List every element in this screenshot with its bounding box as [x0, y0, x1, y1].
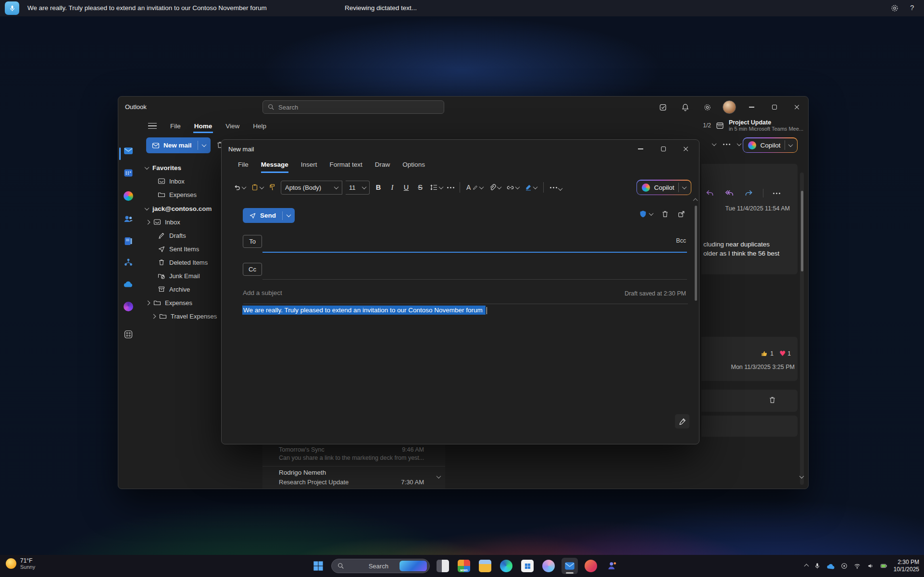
tab-file[interactable]: File	[169, 119, 182, 133]
tab-message[interactable]: Message	[261, 161, 288, 173]
microphone-button[interactable]	[5, 1, 19, 15]
folder-drafts[interactable]: Drafts	[158, 230, 186, 241]
chevron-down-icon[interactable]	[439, 184, 444, 189]
tab-home[interactable]: Home	[193, 119, 213, 133]
meeting-reminder-toast[interactable]: 1/2 Project Update in 5 min Microsoft Te…	[703, 119, 803, 132]
folder-deleted-items[interactable]: Deleted Items	[158, 257, 208, 268]
chevron-right-icon[interactable]	[146, 220, 150, 224]
tab-format-text[interactable]: Format text	[330, 161, 362, 173]
forward-icon[interactable]	[744, 189, 753, 197]
chevron-down-icon[interactable]	[515, 184, 520, 189]
calendar-rail-icon[interactable]	[123, 168, 134, 178]
message-subject[interactable]: Tomorrow's Sync	[279, 446, 325, 453]
chevron-down-icon[interactable]	[479, 184, 484, 189]
cc-field[interactable]	[262, 279, 687, 280]
chevron-down-icon[interactable]	[145, 165, 150, 170]
copilot-rail-icon[interactable]	[123, 191, 134, 201]
insert-link-button[interactable]	[505, 182, 520, 193]
paste-button[interactable]	[250, 182, 264, 193]
notes-rail-icon[interactable]	[123, 236, 134, 246]
taskbar-outlook-icon[interactable]	[562, 558, 578, 574]
tray-battery-icon[interactable]	[880, 563, 888, 569]
new-mail-button[interactable]: New mail	[146, 137, 211, 153]
tray-expand-icon[interactable]	[804, 564, 809, 568]
chevron-down-icon[interactable]	[145, 206, 150, 210]
more-formatting-icon[interactable]	[447, 187, 449, 188]
undo-button[interactable]	[232, 182, 247, 193]
encryption-shield-button[interactable]	[639, 210, 653, 218]
more-commands-button[interactable]	[549, 183, 563, 192]
outlook-minimize-button[interactable]	[740, 97, 763, 118]
compose-maximize-button[interactable]	[652, 140, 674, 158]
mail-rail-icon[interactable]	[123, 146, 134, 156]
open-in-new-window-button[interactable]	[677, 210, 686, 218]
font-size-select[interactable]: 11	[346, 181, 370, 195]
taskbar-edge-icon[interactable]	[498, 558, 514, 574]
to-field[interactable]	[262, 252, 687, 253]
tray-volume-icon[interactable]	[867, 563, 874, 569]
compose-scrollbar[interactable]	[694, 205, 698, 434]
weather-widget[interactable]: 71°F Sunny	[6, 557, 35, 570]
more-options-icon[interactable]	[723, 144, 724, 145]
italic-button[interactable]: I	[387, 184, 398, 192]
subject-field[interactable]: Add a subject	[243, 289, 282, 296]
taskbar-clock[interactable]: 2:30 PM 10/1/2025	[894, 559, 919, 573]
taskbar-teams-icon[interactable]	[604, 558, 620, 574]
outlook-search-input[interactable]: Search	[262, 100, 444, 114]
scroll-down-icon[interactable]	[437, 474, 441, 479]
dictation-pen-button[interactable]	[675, 414, 689, 429]
bcc-button[interactable]: Bcc	[676, 237, 686, 244]
taskbar-store-icon[interactable]	[519, 558, 536, 574]
heart-reaction[interactable]: ♥ 1	[779, 350, 791, 357]
tab-view[interactable]: View	[225, 119, 240, 133]
account-avatar[interactable]	[718, 97, 740, 118]
taskbar-m365-icon[interactable]: M365	[456, 558, 472, 574]
outlook-maximize-button[interactable]	[763, 97, 786, 118]
folder-section-account[interactable]: jack@contoso.com	[145, 203, 212, 214]
reply-icon[interactable]	[705, 189, 715, 197]
message-subject[interactable]: Research Project Update	[279, 479, 349, 486]
folder-expenses[interactable]: Expenses	[146, 297, 192, 308]
message-body[interactable]: We are really. Truly pleased to extend a…	[242, 307, 487, 314]
outlook-close-button[interactable]	[786, 97, 808, 118]
send-button[interactable]: Send	[243, 208, 295, 223]
more-options-icon[interactable]	[773, 193, 774, 194]
tab-file[interactable]: File	[238, 161, 249, 173]
dictation-help-button[interactable]: ?	[910, 3, 914, 12]
start-button[interactable]	[310, 558, 326, 574]
tab-insert[interactable]: Insert	[301, 161, 317, 173]
chevron-down-icon[interactable]	[737, 141, 742, 146]
folder-expenses-favorite[interactable]: Expenses	[158, 189, 197, 200]
copilot-dropdown-icon[interactable]	[788, 142, 793, 147]
notifications-bell-button[interactable]	[674, 97, 696, 118]
underline-button[interactable]: U	[401, 184, 412, 191]
onedrive-rail-icon[interactable]	[123, 279, 134, 290]
taskbar-copilot-icon[interactable]	[540, 558, 557, 574]
folder-inbox-favorite[interactable]: Inbox	[158, 176, 185, 186]
taskbar-office-icon[interactable]	[583, 558, 599, 574]
people-rail-icon[interactable]	[123, 214, 134, 224]
reply-all-icon[interactable]	[724, 189, 734, 197]
folder-archive[interactable]: Archive	[158, 284, 190, 295]
org-chart-rail-icon[interactable]	[123, 257, 134, 268]
copilot-dropdown-icon[interactable]	[682, 184, 687, 189]
attach-file-button[interactable]	[487, 182, 502, 193]
chevron-down-icon[interactable]	[533, 184, 538, 189]
dictation-settings-button[interactable]	[890, 4, 899, 12]
settings-gear-button[interactable]	[696, 97, 718, 118]
taskbar-widgets-icon[interactable]	[435, 558, 451, 574]
chevron-down-icon[interactable]	[260, 184, 264, 189]
more-apps-rail-icon[interactable]	[123, 329, 134, 340]
hamburger-menu-icon[interactable]	[148, 123, 157, 129]
new-mail-dropdown[interactable]	[198, 144, 211, 147]
loop-rail-icon[interactable]	[123, 301, 134, 312]
strikethrough-button[interactable]: S	[415, 184, 425, 191]
chevron-down-icon[interactable]	[712, 141, 717, 146]
tab-options[interactable]: Options	[402, 161, 425, 173]
tray-wifi-icon[interactable]	[853, 563, 861, 569]
format-painter-button[interactable]	[268, 182, 277, 193]
tab-draw[interactable]: Draw	[375, 161, 390, 173]
folder-inbox[interactable]: Inbox	[146, 217, 180, 227]
tray-onedrive-icon[interactable]	[826, 563, 835, 569]
tray-microphone-icon[interactable]	[814, 563, 821, 569]
